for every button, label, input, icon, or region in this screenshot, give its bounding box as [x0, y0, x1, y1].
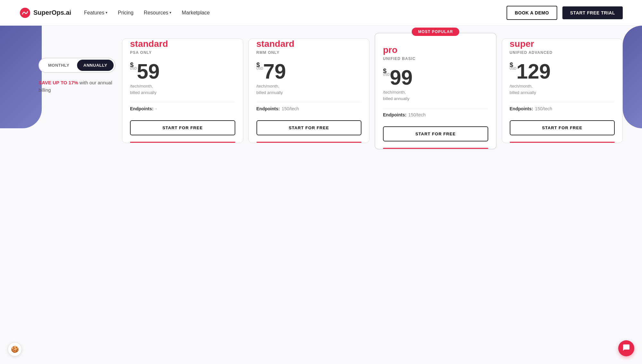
card-actions: START FOR FREE: [122, 115, 243, 142]
start-free-button[interactable]: START FOR FREE: [510, 120, 615, 135]
most-popular-badge: MOST POPULAR: [412, 28, 459, 36]
plan-name: super: [510, 39, 615, 49]
plan-standard-psa: standard PSA ONLY $ USD 59 /tech/month,b…: [122, 38, 243, 143]
usd-label: USD: [256, 67, 263, 70]
price-number: 79: [263, 61, 286, 82]
plan-header: standard PSA ONLY $ USD 59 /tech/month,b…: [122, 39, 243, 115]
endpoints-label: Endpoints:: [256, 106, 280, 111]
endpoints-label: Endpoints:: [510, 106, 533, 111]
plan-type: PSA ONLY: [130, 50, 235, 55]
pricing-section: MONTHLY ANNUALLY SAVE UP TO 17% with our…: [0, 26, 642, 364]
plan-header: standard RMM ONLY $ USD 79 /tech/month,b…: [249, 39, 369, 115]
card-divider: [510, 142, 615, 143]
chat-button[interactable]: [618, 340, 634, 356]
price-number: 129: [516, 61, 551, 82]
cookie-button[interactable]: 🍪: [8, 342, 22, 356]
plan-header: pro UNIFIED BASIC $ USD 99 /tech/month,b…: [375, 33, 496, 121]
chevron-down-icon: ▾: [169, 11, 171, 15]
cookie-icon: 🍪: [11, 345, 19, 353]
nav-resources[interactable]: Resources ▾: [144, 10, 171, 16]
plan-name: pro: [383, 45, 488, 55]
billing-toggle: MONTHLY ANNUALLY: [39, 58, 116, 73]
nav-pricing[interactable]: Pricing: [118, 10, 134, 16]
endpoints-value: -: [155, 106, 157, 111]
nav-marketplace[interactable]: Marketplace: [182, 10, 210, 16]
chat-icon: [622, 344, 630, 353]
billing-panel: MONTHLY ANNUALLY SAVE UP TO 17% with our…: [19, 38, 116, 364]
plan-header: super UNIFIED ADVANCED $ USD 129 /tech/m…: [502, 39, 623, 115]
endpoints-label: Endpoints:: [130, 106, 153, 111]
navbar: SuperOps.ai Features ▾ Pricing Resources…: [0, 0, 642, 26]
usd-label: USD: [130, 67, 137, 70]
price-row: $ USD 59: [130, 61, 235, 82]
plan-type: RMM ONLY: [256, 50, 362, 55]
endpoints-row: Endpoints: 150/tech: [383, 108, 488, 121]
price-period: /tech/month,billed annually: [130, 83, 235, 96]
monthly-toggle[interactable]: MONTHLY: [40, 60, 77, 71]
start-free-button[interactable]: START FOR FREE: [130, 120, 235, 135]
plan-standard-rmm: standard RMM ONLY $ USD 79 /tech/month,b…: [248, 38, 370, 143]
price-period: /tech/month,billed annually: [383, 89, 488, 102]
annually-toggle[interactable]: ANNUALLY: [77, 60, 114, 71]
price-row: $ USD 79: [256, 61, 362, 82]
endpoints-row: Endpoints: 150/tech: [510, 102, 615, 115]
price-period: /tech/month,billed annually: [256, 83, 362, 96]
endpoints-row: Endpoints: 150/tech: [256, 102, 362, 115]
book-demo-button[interactable]: BOOK A DEMO: [507, 6, 557, 20]
endpoints-value: 150/tech: [408, 112, 426, 117]
nav-features[interactable]: Features ▾: [84, 10, 108, 16]
endpoints-label: Endpoints:: [383, 112, 406, 117]
start-free-button[interactable]: START FOR FREE: [256, 120, 362, 135]
plan-type: UNIFIED ADVANCED: [510, 50, 615, 55]
card-divider: [130, 142, 235, 143]
endpoints-value: 150/tech: [282, 106, 299, 111]
price-row: $ USD 99: [383, 67, 488, 88]
endpoints-value: 150/tech: [535, 106, 552, 111]
plan-name: standard: [130, 39, 235, 49]
plan-pro: MOST POPULAR pro UNIFIED BASIC $ USD 99 …: [375, 33, 497, 149]
price-number: 99: [390, 67, 412, 88]
logo-icon: [19, 7, 31, 19]
card-actions: START FOR FREE: [249, 115, 369, 142]
endpoints-row: Endpoints: -: [130, 102, 235, 115]
usd-label: USD: [510, 67, 516, 70]
nav-links: Features ▾ Pricing Resources ▾ Marketpla…: [84, 10, 507, 16]
card-divider: [256, 142, 362, 143]
save-text: SAVE UP TO 17% with our annual billing: [39, 79, 116, 94]
usd-label: USD: [383, 73, 390, 76]
start-trial-button[interactable]: START FREE TRIAL: [562, 6, 623, 19]
plan-type: UNIFIED BASIC: [383, 56, 488, 61]
chevron-down-icon: ▾: [106, 11, 108, 15]
price-row: $ USD 129: [510, 61, 615, 82]
plan-name: standard: [256, 39, 362, 49]
nav-actions: BOOK A DEMO START FREE TRIAL: [507, 6, 623, 20]
card-divider: [383, 148, 488, 149]
price-period: /tech/month,billed annually: [510, 83, 615, 96]
logo[interactable]: SuperOps.ai: [19, 7, 71, 19]
pricing-cards: standard PSA ONLY $ USD 59 /tech/month,b…: [122, 38, 623, 364]
card-actions: START FOR FREE: [375, 121, 496, 148]
start-free-button[interactable]: START FOR FREE: [383, 126, 488, 141]
card-actions: START FOR FREE: [502, 115, 623, 142]
plan-super: super UNIFIED ADVANCED $ USD 129 /tech/m…: [502, 38, 623, 143]
price-number: 59: [137, 61, 160, 82]
logo-text: SuperOps.ai: [33, 9, 71, 16]
save-highlight: SAVE UP TO 17%: [39, 80, 78, 85]
